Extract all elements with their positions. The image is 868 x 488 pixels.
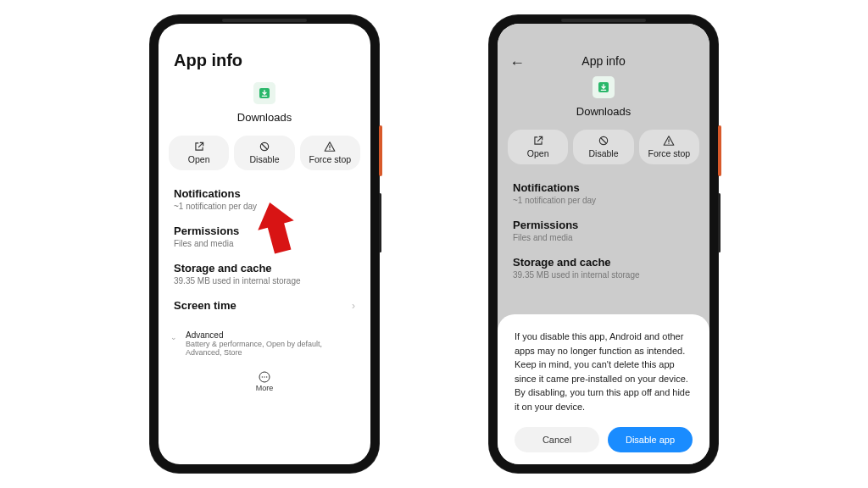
disable-icon [598,135,609,147]
app-name: Downloads [576,105,631,118]
disable-button: Disable [573,130,633,164]
force-stop-button[interactable]: Force stop [300,136,360,170]
warning-icon [324,141,336,152]
more-icon [258,370,271,384]
svg-point-3 [262,376,263,377]
open-icon [193,141,205,152]
storage-item: Storage and cache 39.35 MB used in inter… [513,249,694,286]
warning-icon [663,135,675,147]
open-button[interactable]: Open [169,136,229,170]
notifications-item[interactable]: Notifications ~1 notification per day [174,180,355,218]
phone-left: App info Downloads Open Disable Force st… [150,15,379,473]
force-stop-button: Force stop [639,130,699,164]
permissions-item[interactable]: Permissions Files and media [174,218,355,255]
page-title: App info [581,54,625,68]
disable-icon [259,141,270,152]
screen-time-item[interactable]: Screen time › [174,292,355,319]
screen-right: ← App info Downloads Open Disable [498,24,709,464]
dialog-body: If you disable this app, Android and oth… [515,330,693,413]
downloads-app-icon [593,76,615,98]
permissions-item: Permissions Files and media [513,212,694,249]
notifications-item: Notifications ~1 notification per day [513,175,694,212]
more-button[interactable]: More [159,365,370,401]
disable-button[interactable]: Disable [234,136,294,170]
svg-point-4 [264,376,264,377]
downloads-app-icon [253,82,275,104]
svg-point-5 [266,376,267,377]
chevron-right-icon: › [352,300,355,312]
page-title: App info [159,46,370,77]
storage-item[interactable]: Storage and cache 39.35 MB used in inter… [174,255,355,292]
disable-app-button[interactable]: Disable app [608,427,693,452]
open-button: Open [508,130,568,164]
phone-right: ← App info Downloads Open Disable [489,15,718,473]
cancel-button[interactable]: Cancel [515,427,599,452]
disable-dialog: If you disable this app, Android and oth… [498,314,709,464]
open-icon [532,135,544,147]
app-name: Downloads [237,111,292,124]
advanced-item[interactable]: ⌄ Advanced Battery & performance, Open b… [159,322,370,365]
screen-left: App info Downloads Open Disable Force st… [159,24,370,464]
chevron-down-icon: ⌄ [170,333,177,341]
back-button[interactable]: ← [509,54,525,72]
